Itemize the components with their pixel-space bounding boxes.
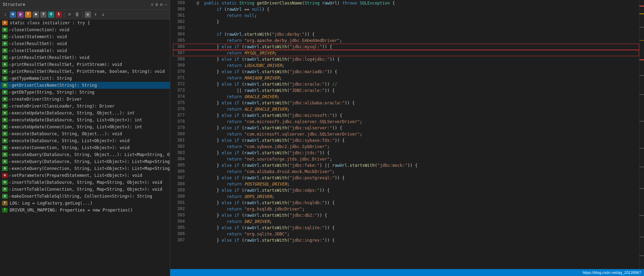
breakpoint-383[interactable] bbox=[188, 150, 195, 156]
struct-item[interactable]: m↺close(Closeable): void bbox=[0, 47, 170, 54]
struct-item[interactable]: mstatic class initializer : try { bbox=[0, 19, 170, 26]
breakpoint-386[interactable] bbox=[188, 169, 195, 175]
breakpoint-391[interactable] bbox=[188, 200, 195, 206]
y-btn[interactable]: Y bbox=[40, 11, 47, 18]
struct-item[interactable]: m↺createDriver(ClassLoader, String): Dri… bbox=[0, 103, 170, 110]
breakpoint-366[interactable] bbox=[188, 44, 195, 50]
struct-item[interactable]: m↺close(Statement): void bbox=[0, 33, 170, 40]
sort-icon[interactable]: ≡ bbox=[151, 2, 153, 7]
up-btn[interactable]: ⇑ bbox=[92, 11, 99, 18]
code-text-360: if (rawUrl == null) { bbox=[195, 6, 639, 12]
breakpoint-377[interactable] bbox=[188, 112, 195, 119]
code-content[interactable]: 359@ public static String getDriverClass… bbox=[170, 0, 639, 269]
block-btn[interactable]: ■ bbox=[33, 11, 39, 18]
breakpoint-385[interactable] bbox=[188, 162, 195, 169]
code-text-396: return "org.sqlite.JDBC"; bbox=[195, 231, 639, 237]
breakpoint-365[interactable] bbox=[188, 37, 195, 44]
close-icon[interactable]: — bbox=[165, 2, 167, 7]
struct-item[interactable]: m↺insertToTable(Connection, String, Map<… bbox=[0, 186, 170, 193]
breakpoint-393[interactable] bbox=[188, 212, 195, 218]
o-btn[interactable]: O bbox=[48, 11, 54, 18]
struct-item[interactable]: m↺makeInsertToTableSql(String, Collectio… bbox=[0, 193, 170, 200]
breakpoint-390[interactable] bbox=[188, 193, 195, 200]
item-label-13: executeUpdate(DataSource, String, Object… bbox=[11, 111, 134, 115]
breakpoint-359[interactable] bbox=[188, 0, 195, 6]
struct-item[interactable]: m↺execute(DataSource, String, Object...)… bbox=[0, 130, 170, 137]
item-modifier-1: ↺ bbox=[9, 28, 10, 32]
breakpoint-378[interactable] bbox=[188, 119, 195, 125]
breakpoint-382[interactable] bbox=[188, 144, 195, 150]
sort-alt-icon[interactable]: ≣ bbox=[155, 2, 158, 7]
code-text-378: return "com.microsoft.jdbc.sqlserver.SQL… bbox=[195, 119, 639, 125]
breakpoint-367[interactable] bbox=[188, 50, 195, 56]
code-text-367: return MYSQL_DRIVER; bbox=[195, 50, 639, 56]
breakpoint-387[interactable] bbox=[188, 175, 195, 181]
breakpoint-381[interactable] bbox=[188, 137, 195, 144]
line-number-367: 367 bbox=[173, 50, 188, 56]
struct-item[interactable]: m↺executeUpdate(DataSource, String, Obje… bbox=[0, 110, 170, 117]
struct-item[interactable]: m↺getTypeName(int): String bbox=[0, 75, 170, 82]
breakpoint-376[interactable] bbox=[188, 106, 195, 112]
settings-icon[interactable]: ⚙ bbox=[160, 2, 163, 7]
breakpoint-363[interactable] bbox=[188, 25, 195, 31]
struct-item[interactable]: m↺printResultSet(ResultSet, PrintStream,… bbox=[0, 68, 170, 75]
breakpoint-396[interactable] bbox=[188, 231, 195, 237]
down-btn[interactable]: ⇓ bbox=[100, 11, 106, 18]
breakpoint-374[interactable] bbox=[188, 94, 195, 100]
align1-btn[interactable]: ≡ bbox=[66, 11, 73, 18]
item-label-20: executeQuery(DataSource, String, List<Ob… bbox=[11, 159, 170, 164]
struct-item[interactable]: fLOG: Log = LogFactory.getLog(...) bbox=[0, 200, 170, 207]
struct-item[interactable]: m↺executeQuery(DataSource, String, Objec… bbox=[0, 151, 170, 158]
breakpoint-388[interactable] bbox=[188, 181, 195, 187]
breakpoint-369[interactable] bbox=[188, 62, 195, 69]
sort-toolbar-icon[interactable]: ↕ bbox=[2, 11, 8, 18]
struct-item[interactable]: m↺executeUpdate(Connection, String, List… bbox=[0, 123, 170, 130]
item-icon-12: m bbox=[2, 104, 8, 109]
f-btn[interactable]: f bbox=[25, 11, 31, 18]
breakpoint-368[interactable] bbox=[188, 56, 195, 62]
breakpoint-389[interactable] bbox=[188, 187, 195, 193]
line-number-382: 382 bbox=[173, 144, 188, 150]
item-modifier-19: ↺ bbox=[9, 153, 10, 157]
m-btn[interactable]: m bbox=[10, 11, 16, 18]
struct-item[interactable]: m↺executeUpdate(DataSource, String, List… bbox=[0, 117, 170, 123]
right-scrollbar[interactable] bbox=[639, 0, 644, 269]
lambda-btn[interactable]: λ bbox=[56, 11, 62, 18]
breakpoint-375[interactable] bbox=[188, 100, 195, 106]
filter-btn[interactable]: ⚙ bbox=[85, 11, 91, 18]
struct-item[interactable]: m↺getDbType(String, String): String bbox=[0, 89, 170, 96]
breakpoint-392[interactable] bbox=[188, 206, 195, 212]
struct-item[interactable]: m↺printResultSet(ResultSet, PrintStream)… bbox=[0, 61, 170, 68]
breakpoint-373[interactable] bbox=[188, 87, 195, 94]
struct-item[interactable]: m↺executeQuery(DataSource, String, List<… bbox=[0, 158, 170, 165]
struct-item[interactable]: m↺close(Connection): void bbox=[0, 26, 170, 33]
struct-item[interactable]: m↺execute(DataSource, String, List<Objec… bbox=[0, 137, 170, 144]
breakpoint-380[interactable] bbox=[188, 131, 195, 137]
breakpoint-394[interactable] bbox=[188, 218, 195, 225]
p-btn[interactable]: p bbox=[17, 11, 24, 18]
breakpoint-384[interactable] bbox=[188, 156, 195, 162]
struct-item[interactable]: m↺executeQuery(Connection, String, List<… bbox=[0, 165, 170, 172]
code-text-372: } else if (rawUrl.startsWith("jdbc:oracl… bbox=[195, 81, 639, 87]
struct-item[interactable]: fDRIVER_URL_MAPPING: Properties = new Pr… bbox=[0, 207, 170, 214]
item-icon-17: m bbox=[2, 138, 8, 143]
breakpoint-371[interactable] bbox=[188, 75, 195, 81]
breakpoint-360[interactable] bbox=[188, 6, 195, 12]
struct-item[interactable]: m↺insertToTable(DataSource, String, Map<… bbox=[0, 179, 170, 186]
align2-btn[interactable]: ≣ bbox=[74, 11, 80, 18]
struct-item[interactable]: m↺getDriverClassName(String): String bbox=[0, 82, 170, 89]
struct-item[interactable]: m↺createDriver(String): Driver bbox=[0, 96, 170, 103]
struct-item[interactable]: m↺printResultSet(ResultSet): void bbox=[0, 54, 170, 61]
breakpoint-395[interactable] bbox=[188, 225, 195, 231]
breakpoint-370[interactable] bbox=[188, 69, 195, 75]
breakpoint-362[interactable] bbox=[188, 19, 195, 25]
breakpoint-364[interactable] bbox=[188, 31, 195, 37]
code-text-373: || rawUrl.startsWith("JDBC:oracle:")) { bbox=[195, 87, 639, 94]
breakpoint-379[interactable] bbox=[188, 125, 195, 131]
struct-item[interactable]: m↺close(ResultSet): void bbox=[0, 40, 170, 47]
breakpoint-372[interactable] bbox=[188, 81, 195, 87]
breakpoint-361[interactable] bbox=[188, 12, 195, 19]
struct-item[interactable]: m↺setParameters(PreparedStatement, List<… bbox=[0, 172, 170, 179]
breakpoint-397[interactable] bbox=[188, 237, 195, 243]
struct-item[interactable]: m↺execute(Connection, String, List<Objec… bbox=[0, 144, 170, 151]
